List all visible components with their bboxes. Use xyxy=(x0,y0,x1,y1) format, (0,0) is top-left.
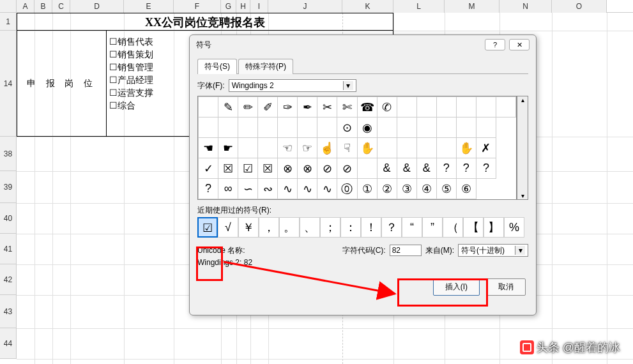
symbol-cell[interactable]: ⑤ xyxy=(436,179,456,199)
font-select[interactable]: Wingdings 2 ▾ xyxy=(229,79,356,92)
recent-symbol[interactable]: % xyxy=(504,217,524,238)
cancel-button[interactable]: 取消 xyxy=(486,278,526,296)
symbol-cell[interactable]: ? xyxy=(476,158,496,179)
recent-symbol[interactable]: ☑ xyxy=(197,217,218,238)
symbol-cell[interactable] xyxy=(298,118,317,138)
symbol-cell[interactable]: ∿ xyxy=(278,179,298,199)
recent-symbol[interactable]: ； xyxy=(320,217,340,238)
symbol-cell[interactable]: ☎ xyxy=(357,97,377,118)
symbol-cell[interactable] xyxy=(278,118,298,138)
col-header[interactable]: E xyxy=(124,0,174,13)
symbol-cell[interactable]: & xyxy=(377,158,397,179)
col-header[interactable]: C xyxy=(52,0,70,13)
symbol-cell[interactable]: ? xyxy=(199,179,218,199)
col-header[interactable]: L xyxy=(393,0,445,13)
symbol-cell[interactable]: ✄ xyxy=(337,97,357,118)
row-header[interactable]: 40 xyxy=(0,203,17,234)
recent-symbol[interactable]: ？ xyxy=(381,217,402,238)
symbol-cell[interactable]: ☑ xyxy=(238,158,258,179)
symbol-cell[interactable] xyxy=(199,118,218,138)
insert-button[interactable]: 插入(I) xyxy=(433,278,480,296)
symbol-cell[interactable]: & xyxy=(397,158,416,179)
symbol-cell[interactable]: ✐ xyxy=(258,97,278,118)
symbol-cell[interactable] xyxy=(436,118,456,138)
symbol-cell[interactable] xyxy=(456,97,476,118)
symbol-cell[interactable]: ✋ xyxy=(456,138,476,158)
symbol-cell[interactable]: ④ xyxy=(416,179,436,199)
symbol-cell[interactable] xyxy=(416,97,436,118)
row-header[interactable]: 42 xyxy=(0,264,17,295)
symbol-cell[interactable]: ? xyxy=(456,158,476,179)
symbol-cell[interactable]: ? xyxy=(436,158,456,179)
tab-special[interactable]: 特殊字符(P) xyxy=(238,59,293,74)
recent-symbol[interactable]: ” xyxy=(422,217,443,238)
symbol-cell[interactable] xyxy=(476,118,496,138)
symbol-cell[interactable]: ☒ xyxy=(218,158,238,179)
symbol-cell[interactable]: ☚ xyxy=(199,138,218,158)
symbol-cell[interactable]: ∿ xyxy=(298,179,317,199)
col-header[interactable]: M xyxy=(445,0,500,13)
symbol-cell[interactable] xyxy=(238,138,258,158)
recent-symbol[interactable]: （ xyxy=(443,217,463,238)
col-header[interactable]: N xyxy=(500,0,552,13)
col-header[interactable]: G xyxy=(221,0,236,13)
symbol-cell[interactable] xyxy=(357,158,377,179)
symbol-cell[interactable]: ③ xyxy=(397,179,416,199)
col-header[interactable]: A xyxy=(17,0,34,13)
col-header[interactable]: O xyxy=(552,0,607,13)
symbol-cell[interactable]: ✑ xyxy=(278,97,298,118)
symbol-cell[interactable] xyxy=(218,118,238,138)
symbol-cell[interactable]: ☜ xyxy=(278,138,298,158)
symbol-cell[interactable] xyxy=(496,97,515,118)
symbol-cell[interactable] xyxy=(258,138,278,158)
recent-symbol[interactable]: ： xyxy=(340,217,361,238)
symbol-cell[interactable]: ⊘ xyxy=(337,158,357,179)
row-header[interactable]: 14 xyxy=(0,31,17,137)
col-header[interactable]: F xyxy=(174,0,221,13)
symbol-cell[interactable]: ⊗ xyxy=(298,158,317,179)
symbol-cell[interactable]: ✗ xyxy=(476,138,496,158)
symbol-cell[interactable]: ✎ xyxy=(218,97,238,118)
symbol-cell[interactable]: ☟ xyxy=(337,138,357,158)
close-button[interactable]: ✕ xyxy=(509,39,530,50)
tab-symbols[interactable]: 符号(S) xyxy=(197,59,237,74)
symbol-cell[interactable]: ∿ xyxy=(317,179,337,199)
symbol-cell[interactable]: ∞ xyxy=(218,179,238,199)
row-header[interactable]: 41 xyxy=(0,234,17,264)
symbol-cell[interactable]: ☞ xyxy=(298,138,317,158)
symbol-cell[interactable]: ⊙ xyxy=(337,118,357,138)
recent-symbol[interactable]: 、 xyxy=(300,217,320,238)
symbol-cell[interactable] xyxy=(199,97,218,118)
col-header[interactable]: D xyxy=(70,0,124,13)
col-header[interactable]: J xyxy=(268,0,342,13)
row-header[interactable]: 39 xyxy=(0,171,17,203)
symbol-cell[interactable]: ✏ xyxy=(238,97,258,118)
recent-symbol[interactable]: 】 xyxy=(484,217,504,238)
symbol-cell[interactable] xyxy=(397,97,416,118)
help-button[interactable]: ? xyxy=(485,39,505,50)
symbol-cell[interactable] xyxy=(476,97,496,118)
symbol-cell[interactable]: ✆ xyxy=(377,97,397,118)
symbol-cell[interactable]: ⊘ xyxy=(317,158,337,179)
symbol-cell[interactable]: ✒ xyxy=(298,97,317,118)
symbol-cell[interactable]: ② xyxy=(377,179,397,199)
symbol-cell[interactable]: ∽ xyxy=(238,179,258,199)
row-header[interactable]: 38 xyxy=(0,137,17,171)
symbol-cell[interactable]: ◉ xyxy=(357,118,377,138)
symbol-cell[interactable] xyxy=(397,138,416,158)
symbol-cell[interactable] xyxy=(258,118,278,138)
from-select[interactable]: 符号(十进制) ▾ xyxy=(458,244,528,257)
col-header[interactable]: K xyxy=(342,0,393,13)
col-header[interactable]: H xyxy=(236,0,250,13)
recent-symbol[interactable]: 【 xyxy=(463,217,484,238)
recent-symbol[interactable]: “ xyxy=(402,217,422,238)
symbol-cell[interactable]: ✓ xyxy=(199,158,218,179)
symbol-cell[interactable]: ⊗ xyxy=(278,158,298,179)
grid-scrollbar[interactable]: ▴▾ xyxy=(517,96,528,200)
symbol-cell[interactable]: ☝ xyxy=(317,138,337,158)
symbol-cell[interactable] xyxy=(238,118,258,138)
symbol-cell[interactable] xyxy=(416,118,436,138)
symbol-cell[interactable] xyxy=(317,118,337,138)
recent-symbol[interactable]: ！ xyxy=(361,217,381,238)
recent-symbol[interactable]: ￥ xyxy=(238,217,259,238)
